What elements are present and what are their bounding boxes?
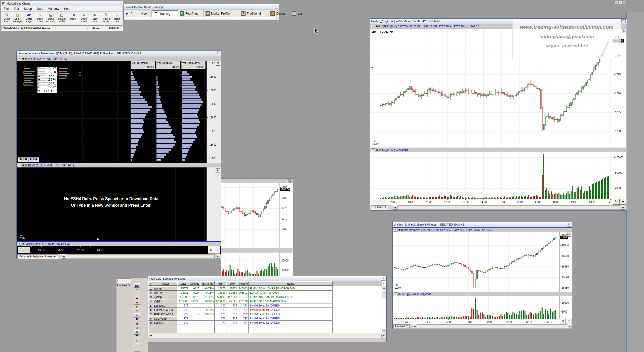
- mid-price-chart[interactable]: [221, 183, 279, 248]
- rline-button[interactable]: RLINE: [18, 157, 28, 162]
- table-cell[interactable]: 8: [148, 316, 153, 321]
- scroll-left-tool-icon[interactable]: ◀: [134, 300, 140, 305]
- column-header-change[interactable]: Change: [189, 281, 200, 286]
- toolbar-download[interactable]: ↻DownLoad: [78, 12, 90, 23]
- table-row[interactable]: 4@ES#1784.00+17.50+0.99%1786.001758.2547…: [148, 299, 386, 303]
- column-header-last[interactable]: Last: [177, 281, 189, 286]
- tab-untitled2[interactable]: Untitled_2: [393, 324, 410, 328]
- toolbar-open-rtl[interactable]: +×OpenRTL: [67, 12, 78, 23]
- vertical-scrollbar-thumb[interactable]: [382, 290, 386, 297]
- tab-untitled3[interactable]: Untitled_3: [117, 284, 130, 287]
- column-header-high[interactable]: High: [215, 281, 226, 286]
- tab-volume-imbalance[interactable]: *Volume Imbalance November: [17, 254, 58, 259]
- untitled2-volume-header[interactable]: × VOL[@YM# (5m*)]=228: [393, 292, 572, 297]
- scroll-down-icon[interactable]: ▼: [382, 329, 386, 333]
- table-row[interactable]: 2@EU#1.3611+.0024+0.18%1.36461.355120359…: [148, 291, 386, 295]
- close-icon[interactable]: ✕: [274, 5, 278, 9]
- refresh-button[interactable]: ↻: [560, 318, 566, 324]
- table-cell[interactable]: 9: [148, 321, 153, 325]
- layout-tab-traditional[interactable]: TTraditional: [239, 10, 268, 17]
- horizontal-scrollbar[interactable]: [397, 205, 620, 210]
- scroll-right-icon[interactable]: ▶: [382, 334, 386, 338]
- hidden-chart-window[interactable]: A 178517801775177017658000040000 1784.00: [221, 179, 293, 279]
- column-header-ticker[interactable]: Ticker: [153, 281, 177, 286]
- layout-tab-training[interactable]: TTraining: [152, 10, 178, 17]
- close-series-icon[interactable]: ×: [371, 25, 375, 28]
- close-icon[interactable]: ×: [623, 1, 627, 4]
- table-row[interactable]: 7EURUSD.ABBA???++0.58%?????????Invalid S…: [148, 312, 386, 316]
- close-icon[interactable]: ✕: [567, 223, 571, 227]
- table-cell[interactable]: 7: [148, 312, 153, 316]
- ticker-cell[interactable]: EURNZD.ABBA: [153, 308, 177, 312]
- shape-tool-icon[interactable]: △: [134, 313, 140, 318]
- untitled2-window[interactable]: Untitled_2: @YM# (5m*) 5 Minutes* - DELA…: [392, 222, 572, 329]
- toolbar-request-support[interactable]: ✎RequestSupport: [100, 12, 111, 23]
- menu-data[interactable]: Data: [34, 7, 46, 11]
- text-tool-icon[interactable]: T: [134, 335, 140, 339]
- close-icon[interactable]: ✕: [381, 277, 385, 281]
- refresh-button[interactable]: ↻: [613, 199, 620, 205]
- table-row[interactable]: 5EURUSD????????????Invalid Setup for IQF…: [148, 303, 386, 308]
- toolbar-open-footprint[interactable]: ▤OpenFootprint: [45, 12, 56, 23]
- zoom-in-button[interactable]: +: [566, 318, 572, 324]
- horizontal-scrollbar[interactable]: [66, 254, 215, 259]
- close-series-icon[interactable]: ×: [394, 292, 397, 296]
- close-series-icon[interactable]: ×: [371, 148, 375, 152]
- table-cell[interactable]: 5: [148, 303, 153, 308]
- toolbar-market-profile[interactable]: ◫MarketProfile: [56, 12, 67, 23]
- untitled2-volume-chart[interactable]: [393, 296, 559, 319]
- table-cell[interactable]: 4: [148, 299, 153, 303]
- ticker-cell[interactable]: @NQ#: [153, 295, 177, 299]
- scroll-up-icon[interactable]: ▲: [382, 286, 386, 290]
- pane-corner-button[interactable]: A: [216, 168, 220, 172]
- layout-toolbar-window[interactable]: Layout Toolbar. Name: Training. ✕ ▶ ↴▭ N…: [123, 4, 279, 20]
- table-row[interactable]: 1@YM#15672+123+0.79%1567515471140053E-MI…: [148, 286, 386, 291]
- layout-tab-quotes[interactable]: QQuotes: [268, 10, 290, 17]
- tab-scroll-left-icon[interactable]: ◀: [393, 205, 397, 210]
- vi-ym-header[interactable]: × @YM# (1x4*) - CL= OP= Hi= Lo=: [17, 56, 221, 61]
- tab-scroll-left-icon[interactable]: ◀: [62, 254, 66, 259]
- menu-help[interactable]: Help: [61, 7, 73, 11]
- untitled3-window-fragment[interactable]: Untitled_3 QP⚙+◆◀▶✎△F%Q▥T×♪↕: [116, 278, 148, 352]
- layout-tab-footprint[interactable]: FFootPrint: [178, 10, 204, 17]
- table-cell[interactable]: 6: [148, 308, 153, 312]
- pane-corner-button[interactable]: A: [287, 179, 291, 183]
- toolbar-heart-beat[interactable]: ∿HeartBeat: [111, 12, 123, 23]
- main-titlebar[interactable]: MarketDelta Charts: [1, 1, 123, 6]
- toolbar-setup-prefs[interactable]: ⚙SetupPrefs: [1, 12, 12, 23]
- new-layout-button[interactable]: New: [137, 11, 152, 17]
- column-header-change[interactable]: %Change: [200, 281, 215, 286]
- horizontal-scrollbar[interactable]: [153, 334, 382, 338]
- play-button[interactable]: ▶: [125, 11, 129, 16]
- iqfeed-titlebar[interactable]: * IQFEED_Symbols (9 issues) ✕: [148, 276, 386, 281]
- zoom-in-button[interactable]: +: [620, 199, 626, 205]
- ticker-cell[interactable]: $EURUSD: [153, 316, 177, 321]
- add-symbol-icon[interactable]: +: [382, 282, 386, 285]
- fibonacci-tool-icon[interactable]: F: [134, 318, 140, 322]
- ticker-cell[interactable]: EURUSD: [153, 303, 177, 308]
- tab-scroll-right-icon[interactable]: ▶: [621, 205, 625, 210]
- rline-button[interactable]: RLINE: [28, 157, 39, 162]
- close-icon[interactable]: ✕: [621, 19, 626, 23]
- tab-untitled1[interactable]: *Untitled_1: [371, 205, 388, 210]
- ticker-cell[interactable]: EURUSD: [153, 321, 177, 325]
- grid-tool-icon[interactable]: ▥: [134, 330, 140, 335]
- zoom-in-button[interactable]: +: [214, 246, 220, 254]
- close-series-icon[interactable]: ×: [18, 242, 21, 246]
- layout-tab-last[interactable]: LLast: [290, 10, 306, 17]
- pane-corner-button[interactable]: A: [622, 29, 626, 33]
- refresh-button[interactable]: ↻: [208, 246, 214, 254]
- column-header-name[interactable]: Name: [249, 281, 333, 286]
- table-row[interactable]: 3@NQ#3537.00+49.75+1.43%3538.003479.5021…: [148, 295, 386, 299]
- main-window[interactable]: MarketDelta Charts FileEditSetupDataWind…: [1, 1, 123, 31]
- tab-scroll-right-icon[interactable]: ▶: [216, 254, 220, 259]
- untitled2-series-header[interactable]: × @YM# (5m*)-02/07/14 21:05 CL=15672 OP=…: [393, 227, 572, 232]
- menu-file[interactable]: File: [1, 7, 11, 11]
- ticker-cell[interactable]: @YM#: [153, 286, 177, 291]
- vi-titlebar[interactable]: Volume Imbalance November: @YM# (1x4*), …: [17, 51, 221, 56]
- alert-tool-icon[interactable]: ♪: [134, 343, 140, 347]
- vi-esh4-header[interactable]: × ESH4 (0.25x4*>289) - CL= OP= Hi= Lo=: [17, 163, 221, 168]
- delete-tool-icon[interactable]: ×: [134, 339, 140, 343]
- table-row[interactable]: 8$EURUSD????????????Invalid Setup for IQ…: [148, 316, 386, 321]
- menu-setup[interactable]: Setup: [21, 7, 34, 11]
